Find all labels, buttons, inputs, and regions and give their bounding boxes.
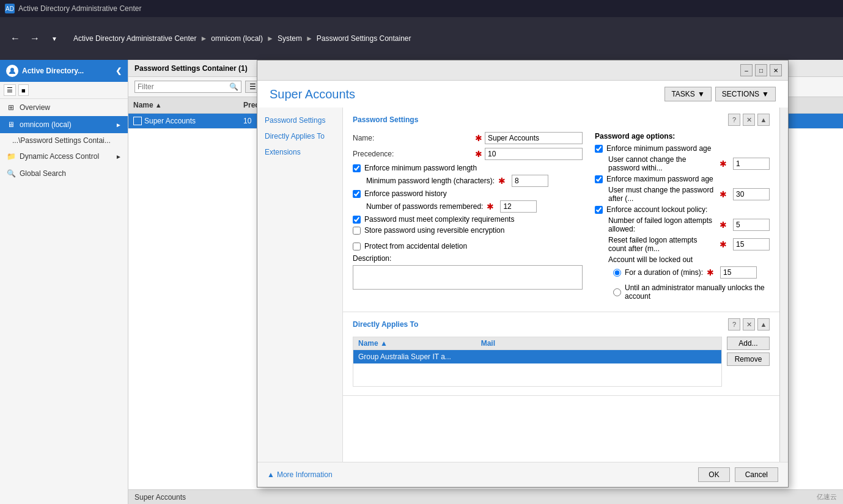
lockout-attempts-input[interactable] (733, 219, 770, 231)
ok-button[interactable]: OK (698, 467, 729, 482)
watermark: 亿速云 (817, 492, 837, 502)
description-textarea[interactable] (353, 265, 583, 290)
tasks-button[interactable]: TASKS ▼ (664, 87, 711, 101)
applies-wrap: Name ▲ Mail Group Australia Super IT a..… (353, 337, 770, 387)
reversible-checkbox[interactable] (353, 227, 361, 235)
dialog-sidebar-applies-to[interactable]: Directly Applies To (257, 128, 342, 144)
ps-two-col: Name: ✱ Precedence: ✱ Enforce minimum pa… (353, 132, 770, 305)
breadcrumb-psc[interactable]: Password Settings Container (317, 34, 411, 43)
dialog-close-button[interactable]: ✕ (770, 64, 782, 76)
lockout-attempts-label: Number of failed logon attempts allowed: (608, 216, 716, 233)
enforce-min-age-checkbox[interactable] (595, 145, 603, 153)
cancel-button[interactable]: Cancel (735, 467, 778, 482)
sections-label: SECTIONS (722, 90, 759, 98)
history-input[interactable] (500, 200, 537, 213)
dat-collapse-btn[interactable]: ▲ (757, 318, 770, 331)
status-text: Super Accounts (134, 493, 186, 502)
name-label: Name: (353, 134, 475, 142)
sidebar-list-btn[interactable]: ■ (18, 84, 29, 96)
remove-button[interactable]: Remove (727, 352, 770, 366)
ps-col-right: Password age options: Enforce minimum pa… (595, 132, 770, 305)
complexity-checkbox[interactable] (353, 216, 361, 224)
min-age-sublabel: User cannot change the password withi... (608, 155, 716, 172)
more-info-arrow: ▲ (267, 470, 274, 479)
sidebar-item-dac[interactable]: 📁 Dynamic Access Control ► (0, 148, 128, 165)
enforce-lockout-checkbox[interactable] (595, 206, 603, 214)
row-precedence: 10 (243, 117, 251, 125)
nav-bar: ← → ▼ Active Directory Administrative Ce… (0, 17, 843, 60)
dialog-scrollbar[interactable] (779, 108, 788, 462)
manual-radio[interactable] (613, 288, 621, 296)
back-button[interactable]: ← (6, 29, 24, 48)
section-header-ps: Password Settings ? ✕ ▲ (353, 114, 770, 126)
dat-help-btn[interactable]: ? (728, 318, 740, 331)
add-button[interactable]: Add... (727, 337, 770, 350)
sidebar-view-btn[interactable]: ☰ (4, 84, 16, 96)
sidebar-item-omnicom[interactable]: 🖥 omnicom (local) ► (0, 116, 128, 133)
filter-input[interactable] (138, 82, 229, 91)
breadcrumb-sep-3: ► (306, 34, 313, 43)
breadcrumb-adac[interactable]: Active Directory Administrative Center (73, 34, 196, 43)
name-input[interactable] (485, 132, 583, 144)
dialog-minimize-button[interactable]: – (740, 64, 753, 76)
breadcrumb-omnicom[interactable]: omnicom (local) (211, 34, 263, 43)
max-age-sublabel: User must change the password after (... (608, 186, 716, 203)
ps-col-left: Name: ✱ Precedence: ✱ Enforce minimum pa… (353, 132, 583, 305)
dialog-sidebar-password-settings[interactable]: Password Settings (257, 112, 342, 128)
ps-close-btn[interactable]: ✕ (743, 114, 755, 126)
more-info-button[interactable]: ▲ More Information (267, 470, 333, 479)
applies-col-mail[interactable]: Mail (476, 337, 599, 349)
applies-col-name[interactable]: Name ▲ (353, 337, 476, 349)
sections-button[interactable]: SECTIONS ▼ (715, 87, 776, 101)
reversible-row: Store password using reversible encrypti… (353, 226, 583, 235)
sidebar-header: Active Directory... ❮ (0, 60, 128, 82)
protect-checkbox[interactable] (353, 243, 361, 250)
reset-label: Reset failed logon attempts count after … (608, 236, 716, 253)
enforce-max-age-row: Enforce maximum password age (595, 175, 770, 183)
precedence-input[interactable] (485, 148, 583, 160)
min-age-required: ✱ (720, 159, 727, 169)
ps-section-title: Password Settings (353, 115, 418, 124)
breadcrumb-system[interactable]: System (278, 34, 302, 43)
sidebar-collapse-button[interactable]: ❮ (116, 67, 122, 75)
applies-row[interactable]: Group Australia Super IT a... (353, 350, 721, 363)
min-age-input[interactable] (733, 158, 770, 170)
min-length-input[interactable] (512, 175, 548, 187)
directly-applies-to-section: Directly Applies To ? ✕ ▲ Name ▲ (343, 312, 779, 396)
enforce-min-age-row: Enforce minimum password age (595, 144, 770, 153)
title-bar: AD Active Directory Administrative Cente… (0, 0, 843, 17)
sidebar-subitem-psc[interactable]: ...\Password Settings Contai... (0, 133, 128, 148)
dialog-body: Password Settings Directly Applies To Ex… (257, 108, 788, 462)
complexity-row: Password must meet complexity requiremen… (353, 215, 583, 224)
sidebar-item-overview[interactable]: ⊞ Overview (0, 99, 128, 116)
dat-close-btn[interactable]: ✕ (743, 318, 755, 331)
nav-menu-button[interactable]: ▼ (45, 29, 64, 48)
duration-row: For a duration of (mins): ✱ (613, 266, 770, 281)
enforce-min-length-checkbox[interactable] (353, 164, 361, 172)
pw-age-section-label: Password age options: (595, 132, 675, 141)
enforce-history-row: Enforce password history (353, 189, 583, 198)
dialog-sidebar-extensions[interactable]: Extensions (257, 144, 342, 160)
reset-input[interactable] (733, 238, 770, 250)
sidebar: Active Directory... ❮ ☰ ■ ⊞ Overview 🖥 o… (0, 60, 128, 504)
dialog-header: Super Accounts TASKS ▼ SECTIONS ▼ (257, 81, 788, 108)
view-icon: ☰ (249, 82, 256, 91)
enforce-max-age-checkbox[interactable] (595, 175, 603, 183)
sidebar-subitem-psc-label: ...\Password Settings Contai... (12, 136, 111, 145)
ps-help-btn[interactable]: ? (728, 114, 740, 126)
forward-button[interactable]: → (26, 29, 44, 48)
duration-input[interactable] (720, 266, 757, 279)
dialog-sidebar-dat-label: Directly Applies To (265, 132, 325, 141)
col-name[interactable]: Name ▲ (128, 100, 238, 111)
sidebar-item-dac-label: Dynamic Access Control (20, 152, 99, 161)
ps-collapse-btn[interactable]: ▲ (757, 114, 770, 126)
remove-label: Remove (735, 355, 762, 363)
enforce-history-checkbox[interactable] (353, 190, 361, 198)
duration-radio[interactable] (613, 269, 621, 277)
ok-label: OK (709, 470, 719, 479)
sidebar-item-global-search[interactable]: 🔍 Global Search (0, 165, 128, 182)
dialog-maximize-button[interactable]: □ (755, 64, 767, 76)
applies-col-extra (598, 337, 721, 349)
applies-col-mail-label: Mail (481, 339, 495, 348)
max-age-input[interactable] (733, 188, 770, 200)
